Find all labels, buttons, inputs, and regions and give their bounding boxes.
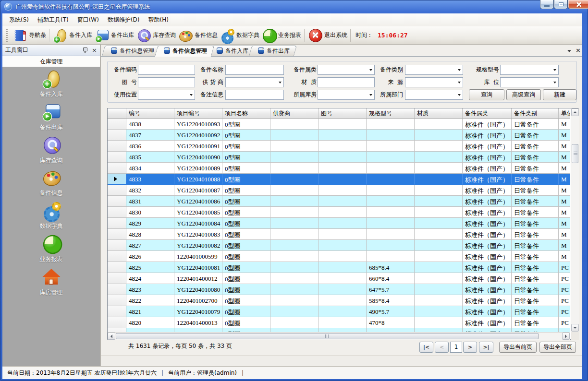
- grid-column-header[interactable]: 供货商: [270, 108, 318, 119]
- table-cell[interactable]: [318, 185, 367, 196]
- table-cell[interactable]: 日常备件: [512, 130, 559, 141]
- table-row[interactable]: 4830YG122040100850型圈标准件（国产）日常备件M: [108, 207, 570, 218]
- table-cell[interactable]: 4834: [126, 163, 174, 174]
- search-combo[interactable]: [405, 90, 463, 100]
- table-cell[interactable]: [270, 119, 318, 130]
- table-cell[interactable]: [270, 185, 318, 196]
- table-cell[interactable]: 标准件（国产）: [463, 163, 512, 174]
- table-cell[interactable]: M: [559, 174, 570, 185]
- scroll-left-button[interactable]: [108, 333, 115, 340]
- table-cell[interactable]: M: [559, 240, 570, 251]
- table-cell[interactable]: [318, 174, 367, 185]
- sidebar-item[interactable]: 备件信息: [2, 167, 100, 197]
- maximize-button[interactable]: [554, 0, 568, 9]
- table-cell[interactable]: [270, 207, 318, 218]
- row-selector-cell[interactable]: [108, 196, 126, 207]
- table-cell[interactable]: 日常备件: [512, 218, 559, 229]
- table-cell[interactable]: 日常备件: [512, 273, 559, 284]
- table-cell[interactable]: 4827: [126, 240, 174, 251]
- table-cell[interactable]: 标准件（国产）: [463, 240, 512, 251]
- table-cell[interactable]: 标准件（国产）: [463, 262, 512, 273]
- table-row[interactable]: 4832YG122040100870型圈标准件（国产）日常备件M: [108, 185, 570, 196]
- table-cell[interactable]: 标准件（国产）: [463, 174, 512, 185]
- table-cell[interactable]: [270, 295, 318, 306]
- table-cell[interactable]: [318, 295, 367, 306]
- table-cell[interactable]: 4819: [126, 328, 174, 332]
- table-cell[interactable]: [367, 152, 415, 163]
- toolbar-button[interactable]: 业务报表: [260, 27, 302, 44]
- search-combo[interactable]: [500, 77, 559, 87]
- table-cell[interactable]: 标准件（国产）: [463, 273, 512, 284]
- table-cell[interactable]: M: [559, 152, 570, 163]
- grid-column-header[interactable]: 项目编号: [174, 108, 222, 119]
- row-selector-cell[interactable]: [108, 284, 126, 295]
- table-row[interactable]: 482412204014000120型圈660*8.4标准件（国产）日常备件PC: [108, 273, 570, 284]
- grid-column-header[interactable]: 编号: [126, 108, 174, 119]
- search-combo[interactable]: [405, 77, 463, 87]
- table-cell[interactable]: [270, 328, 318, 332]
- table-cell[interactable]: 0型圈: [222, 240, 270, 251]
- table-cell[interactable]: YG12204010078: [174, 328, 222, 332]
- table-cell[interactable]: [270, 273, 318, 284]
- table-cell[interactable]: M: [559, 251, 570, 262]
- table-cell[interactable]: [367, 130, 415, 141]
- table-cell[interactable]: [367, 229, 415, 240]
- table-cell[interactable]: [415, 119, 463, 130]
- toolbar-button[interactable]: 库存查询: [135, 27, 177, 44]
- table-cell[interactable]: M: [559, 218, 570, 229]
- table-cell[interactable]: 470*8: [367, 317, 415, 328]
- vertical-scroll-thumb[interactable]: [572, 144, 578, 163]
- tab-dropdown-icon[interactable]: [567, 50, 571, 52]
- table-cell[interactable]: [415, 152, 463, 163]
- table-row[interactable]: 4821YG122040100790型圈490*5.7标准件（国产）日常备件PC: [108, 306, 570, 317]
- table-cell[interactable]: [415, 218, 463, 229]
- table-cell[interactable]: YG12204010081: [174, 262, 222, 273]
- table-cell[interactable]: 0型圈: [222, 141, 270, 152]
- tab-2[interactable]: 备件入库: [209, 46, 254, 56]
- row-selector-cell[interactable]: [108, 295, 126, 306]
- table-cell[interactable]: [415, 163, 463, 174]
- table-cell[interactable]: 660*8.4: [367, 273, 415, 284]
- table-cell[interactable]: 0型圈: [222, 262, 270, 273]
- table-cell[interactable]: 0型圈: [222, 273, 270, 284]
- search-combo[interactable]: [318, 65, 375, 75]
- table-cell[interactable]: 标准件（国产）: [463, 229, 512, 240]
- table-row[interactable]: 4836YG122040100910型圈标准件（国产）日常备件M: [108, 141, 570, 152]
- table-row[interactable]: 4833YG122040100880型圈标准件（国产）日常备件M: [108, 174, 570, 185]
- row-selector-cell[interactable]: [108, 273, 126, 284]
- table-cell[interactable]: [270, 196, 318, 207]
- table-cell[interactable]: 0型圈: [222, 152, 270, 163]
- prev-page-button[interactable]: <: [435, 342, 449, 353]
- table-cell[interactable]: M: [559, 130, 570, 141]
- table-cell[interactable]: PC: [559, 262, 570, 273]
- search-combo[interactable]: [318, 90, 375, 100]
- search-input[interactable]: [138, 65, 195, 75]
- table-cell[interactable]: 标准件（国产）: [463, 141, 512, 152]
- toolbar-button[interactable]: 备件入库: [51, 27, 93, 44]
- row-selector-cell[interactable]: [108, 130, 126, 141]
- table-cell[interactable]: 标准件（国产）: [463, 284, 512, 295]
- menu-item[interactable]: 辅助工具(T): [33, 13, 73, 26]
- table-cell[interactable]: YG12204010084: [174, 218, 222, 229]
- table-cell[interactable]: 0型圈: [222, 185, 270, 196]
- tab-0[interactable]: 备件信息管理: [103, 46, 160, 56]
- table-cell[interactable]: [318, 218, 367, 229]
- row-selector-cell[interactable]: [108, 152, 126, 163]
- table-cell[interactable]: 4828: [126, 229, 174, 240]
- table-cell[interactable]: [318, 130, 367, 141]
- table-cell[interactable]: [415, 328, 463, 332]
- table-row[interactable]: 482012204014000130型圈470*8标准件（国产）日常备件PC: [108, 317, 570, 328]
- table-cell[interactable]: 日常备件: [512, 163, 559, 174]
- table-cell[interactable]: [318, 251, 367, 262]
- table-cell[interactable]: 4826: [126, 251, 174, 262]
- close-button[interactable]: [568, 0, 588, 9]
- table-cell[interactable]: 1220401400012: [174, 273, 222, 284]
- toolbar-button[interactable]: 备件信息: [177, 27, 219, 44]
- table-cell[interactable]: YG12204010079: [174, 306, 222, 317]
- table-cell[interactable]: M: [559, 185, 570, 196]
- table-cell[interactable]: YG12204010092: [174, 130, 222, 141]
- table-cell[interactable]: [318, 317, 367, 328]
- table-row[interactable]: 4825YG122040100810型圈685*8.4标准件（国产）日常备件PC: [108, 262, 570, 273]
- row-selector-cell[interactable]: [108, 328, 126, 332]
- table-cell[interactable]: 4829: [126, 218, 174, 229]
